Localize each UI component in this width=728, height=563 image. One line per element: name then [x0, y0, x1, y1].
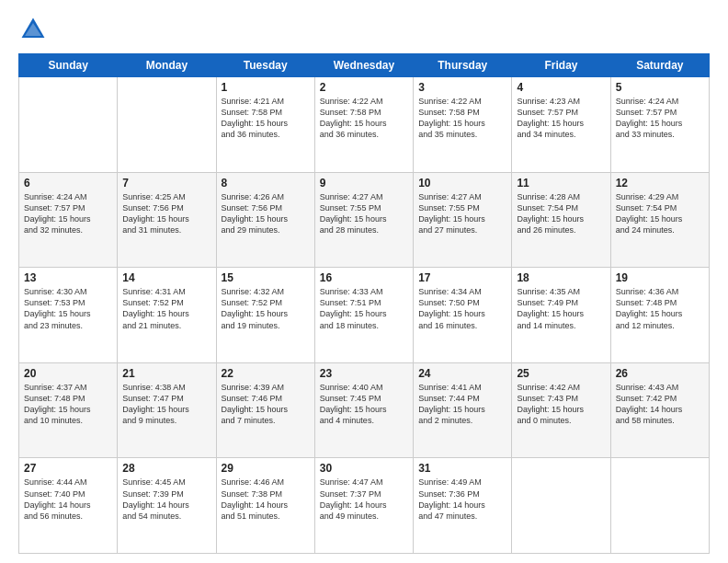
day-number: 3 — [418, 81, 506, 94]
day-number: 8 — [222, 177, 310, 190]
generalblue-icon — [18, 15, 48, 44]
weekday-header-tuesday: Tuesday — [216, 54, 314, 77]
calendar-cell: 1Sunrise: 4:21 AM Sunset: 7:58 PM Daylig… — [216, 77, 314, 173]
day-details: Sunrise: 4:27 AM Sunset: 7:55 PM Dayligh… — [418, 191, 506, 236]
day-number: 31 — [418, 462, 506, 475]
header — [18, 15, 710, 44]
calendar-cell: 30Sunrise: 4:47 AM Sunset: 7:37 PM Dayli… — [314, 458, 413, 554]
day-number: 4 — [517, 81, 605, 94]
day-details: Sunrise: 4:39 AM Sunset: 7:46 PM Dayligh… — [222, 382, 310, 427]
calendar-cell: 31Sunrise: 4:49 AM Sunset: 7:36 PM Dayli… — [414, 458, 512, 554]
day-number: 21 — [122, 367, 210, 380]
day-details: Sunrise: 4:38 AM Sunset: 7:47 PM Dayligh… — [122, 382, 210, 427]
day-number: 6 — [24, 177, 112, 190]
day-details: Sunrise: 4:49 AM Sunset: 7:36 PM Dayligh… — [418, 477, 506, 522]
calendar-cell: 20Sunrise: 4:37 AM Sunset: 7:48 PM Dayli… — [19, 362, 118, 458]
day-details: Sunrise: 4:29 AM Sunset: 7:54 PM Dayligh… — [616, 191, 704, 236]
calendar-cell: 6Sunrise: 4:24 AM Sunset: 7:57 PM Daylig… — [19, 172, 118, 268]
day-details: Sunrise: 4:27 AM Sunset: 7:55 PM Dayligh… — [320, 191, 408, 236]
day-details: Sunrise: 4:24 AM Sunset: 7:57 PM Dayligh… — [616, 96, 704, 141]
day-number: 13 — [24, 271, 112, 284]
calendar-cell: 25Sunrise: 4:42 AM Sunset: 7:43 PM Dayli… — [512, 362, 610, 458]
logo — [18, 15, 51, 44]
day-number: 19 — [616, 271, 704, 284]
calendar-cell — [610, 458, 709, 554]
calendar-cell: 13Sunrise: 4:30 AM Sunset: 7:53 PM Dayli… — [19, 268, 118, 363]
calendar-cell: 15Sunrise: 4:32 AM Sunset: 7:52 PM Dayli… — [216, 268, 314, 363]
calendar-week-row-4: 27Sunrise: 4:44 AM Sunset: 7:40 PM Dayli… — [19, 458, 710, 554]
day-number: 18 — [517, 271, 605, 284]
day-details: Sunrise: 4:47 AM Sunset: 7:37 PM Dayligh… — [320, 477, 408, 522]
calendar-cell: 24Sunrise: 4:41 AM Sunset: 7:44 PM Dayli… — [414, 362, 512, 458]
calendar-cell: 17Sunrise: 4:34 AM Sunset: 7:50 PM Dayli… — [414, 268, 512, 363]
day-number: 25 — [517, 367, 605, 380]
day-details: Sunrise: 4:23 AM Sunset: 7:57 PM Dayligh… — [517, 96, 605, 141]
day-details: Sunrise: 4:22 AM Sunset: 7:58 PM Dayligh… — [418, 96, 506, 141]
day-details: Sunrise: 4:22 AM Sunset: 7:58 PM Dayligh… — [320, 96, 408, 141]
calendar-week-row-2: 13Sunrise: 4:30 AM Sunset: 7:53 PM Dayli… — [19, 268, 710, 363]
calendar-cell: 28Sunrise: 4:45 AM Sunset: 7:39 PM Dayli… — [118, 458, 216, 554]
page: SundayMondayTuesdayWednesdayThursdayFrid… — [0, 0, 728, 563]
calendar-cell: 27Sunrise: 4:44 AM Sunset: 7:40 PM Dayli… — [19, 458, 118, 554]
calendar-week-row-1: 6Sunrise: 4:24 AM Sunset: 7:57 PM Daylig… — [19, 172, 710, 268]
calendar-cell: 7Sunrise: 4:25 AM Sunset: 7:56 PM Daylig… — [118, 172, 216, 268]
day-details: Sunrise: 4:24 AM Sunset: 7:57 PM Dayligh… — [24, 191, 112, 236]
day-details: Sunrise: 4:40 AM Sunset: 7:45 PM Dayligh… — [320, 382, 408, 427]
day-details: Sunrise: 4:33 AM Sunset: 7:51 PM Dayligh… — [320, 286, 408, 331]
calendar-cell: 4Sunrise: 4:23 AM Sunset: 7:57 PM Daylig… — [512, 77, 610, 173]
day-details: Sunrise: 4:45 AM Sunset: 7:39 PM Dayligh… — [122, 477, 210, 522]
calendar-cell: 22Sunrise: 4:39 AM Sunset: 7:46 PM Dayli… — [216, 362, 314, 458]
calendar-cell: 29Sunrise: 4:46 AM Sunset: 7:38 PM Dayli… — [216, 458, 314, 554]
calendar-cell — [19, 77, 118, 173]
calendar-cell: 3Sunrise: 4:22 AM Sunset: 7:58 PM Daylig… — [414, 77, 512, 173]
day-number: 24 — [418, 367, 506, 380]
day-details: Sunrise: 4:36 AM Sunset: 7:48 PM Dayligh… — [616, 286, 704, 331]
day-number: 28 — [122, 462, 210, 475]
day-details: Sunrise: 4:43 AM Sunset: 7:42 PM Dayligh… — [616, 382, 704, 427]
day-number: 9 — [320, 177, 408, 190]
day-number: 30 — [320, 462, 408, 475]
calendar-cell: 10Sunrise: 4:27 AM Sunset: 7:55 PM Dayli… — [414, 172, 512, 268]
day-number: 26 — [616, 367, 704, 380]
day-details: Sunrise: 4:41 AM Sunset: 7:44 PM Dayligh… — [418, 382, 506, 427]
weekday-header-wednesday: Wednesday — [314, 54, 413, 77]
day-number: 15 — [222, 271, 310, 284]
day-details: Sunrise: 4:30 AM Sunset: 7:53 PM Dayligh… — [24, 286, 112, 331]
calendar-cell: 19Sunrise: 4:36 AM Sunset: 7:48 PM Dayli… — [610, 268, 709, 363]
day-number: 10 — [418, 177, 506, 190]
weekday-header-saturday: Saturday — [610, 54, 709, 77]
day-details: Sunrise: 4:46 AM Sunset: 7:38 PM Dayligh… — [222, 477, 310, 522]
calendar-table: SundayMondayTuesdayWednesdayThursdayFrid… — [18, 53, 710, 554]
calendar-cell: 12Sunrise: 4:29 AM Sunset: 7:54 PM Dayli… — [610, 172, 709, 268]
day-details: Sunrise: 4:44 AM Sunset: 7:40 PM Dayligh… — [24, 477, 112, 522]
calendar-cell: 16Sunrise: 4:33 AM Sunset: 7:51 PM Dayli… — [314, 268, 413, 363]
calendar-cell — [118, 77, 216, 173]
calendar-cell: 5Sunrise: 4:24 AM Sunset: 7:57 PM Daylig… — [610, 77, 709, 173]
day-number: 5 — [616, 81, 704, 94]
day-details: Sunrise: 4:37 AM Sunset: 7:48 PM Dayligh… — [24, 382, 112, 427]
weekday-header-monday: Monday — [118, 54, 216, 77]
calendar-cell: 2Sunrise: 4:22 AM Sunset: 7:58 PM Daylig… — [314, 77, 413, 173]
day-details: Sunrise: 4:31 AM Sunset: 7:52 PM Dayligh… — [122, 286, 210, 331]
day-number: 11 — [517, 177, 605, 190]
day-number: 16 — [320, 271, 408, 284]
day-details: Sunrise: 4:21 AM Sunset: 7:58 PM Dayligh… — [222, 96, 310, 141]
day-number: 22 — [222, 367, 310, 380]
day-number: 27 — [24, 462, 112, 475]
weekday-header-thursday: Thursday — [414, 54, 512, 77]
calendar-cell: 18Sunrise: 4:35 AM Sunset: 7:49 PM Dayli… — [512, 268, 610, 363]
day-details: Sunrise: 4:32 AM Sunset: 7:52 PM Dayligh… — [222, 286, 310, 331]
calendar-cell: 23Sunrise: 4:40 AM Sunset: 7:45 PM Dayli… — [314, 362, 413, 458]
day-number: 14 — [122, 271, 210, 284]
calendar-cell: 21Sunrise: 4:38 AM Sunset: 7:47 PM Dayli… — [118, 362, 216, 458]
day-number: 23 — [320, 367, 408, 380]
day-number: 17 — [418, 271, 506, 284]
day-number: 29 — [222, 462, 310, 475]
calendar-cell: 14Sunrise: 4:31 AM Sunset: 7:52 PM Dayli… — [118, 268, 216, 363]
weekday-header-friday: Friday — [512, 54, 610, 77]
calendar-week-row-3: 20Sunrise: 4:37 AM Sunset: 7:48 PM Dayli… — [19, 362, 710, 458]
day-number: 12 — [616, 177, 704, 190]
day-details: Sunrise: 4:28 AM Sunset: 7:54 PM Dayligh… — [517, 191, 605, 236]
calendar-cell: 8Sunrise: 4:26 AM Sunset: 7:56 PM Daylig… — [216, 172, 314, 268]
day-number: 1 — [222, 81, 310, 94]
